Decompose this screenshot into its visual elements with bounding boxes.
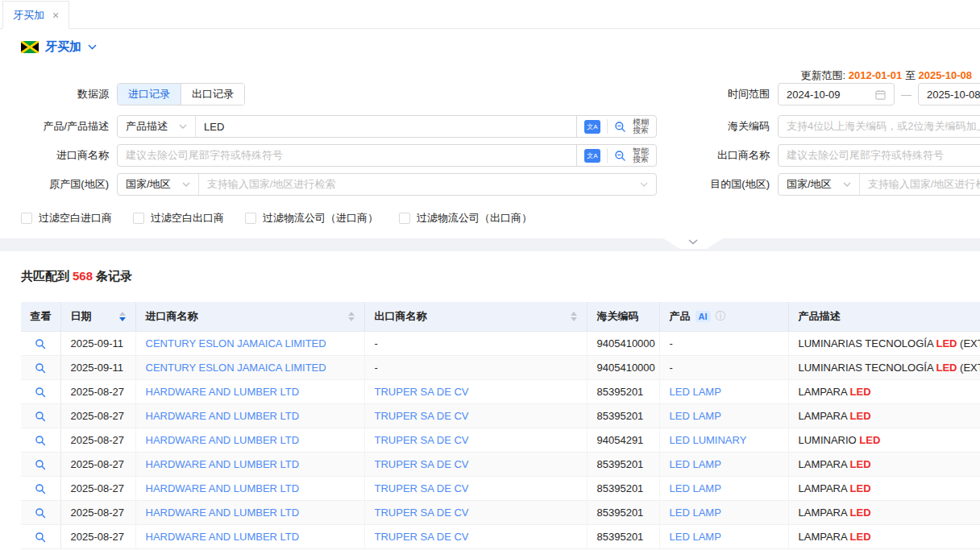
date-cell: 2025-08-27: [60, 500, 135, 524]
importer-cell: HARDWARE AND LUMBER LTD: [135, 403, 364, 428]
translate-icon[interactable]: 文A: [584, 149, 600, 163]
exporter-link[interactable]: TRUPER SA DE CV: [375, 410, 469, 422]
tab-import-records[interactable]: 进口记录: [118, 84, 181, 105]
exporter-link[interactable]: TRUPER SA DE CV: [375, 434, 469, 446]
checkbox-icon[interactable]: [399, 213, 410, 224]
view-record-button[interactable]: [35, 435, 46, 446]
checkbox-filter-blank-importer[interactable]: 过滤空白进口商: [21, 211, 112, 225]
checkbox-icon[interactable]: [21, 213, 32, 224]
product-link[interactable]: LED LAMP: [670, 386, 721, 398]
date-cell: 2025-09-11: [60, 355, 135, 379]
exporter-cell: TRUPER SA DE CV: [364, 500, 587, 524]
close-icon[interactable]: ×: [52, 10, 59, 21]
product-link[interactable]: LED LAMP: [670, 531, 721, 543]
importer-link[interactable]: CENTURY ESLON JAMAICA LIMITED: [146, 362, 326, 374]
ai-badge: AI: [696, 311, 711, 322]
checkbox-filter-logistics-exporter[interactable]: 过滤物流公司（出口商）: [399, 211, 532, 225]
importer-link[interactable]: CENTURY ESLON JAMAICA LIMITED: [146, 337, 326, 349]
exporter-name-input[interactable]: 建议去除公司尾部字符或特殊符号: [778, 144, 980, 167]
view-record-button[interactable]: [35, 483, 46, 494]
hs-code-cell: 85395201: [587, 452, 659, 476]
tab-jamaica[interactable]: 牙买加 ×: [2, 1, 69, 29]
importer-link[interactable]: HARDWARE AND LUMBER LTD: [146, 531, 300, 543]
product-type-select[interactable]: 产品描述: [118, 116, 195, 137]
column-header-date[interactable]: 日期: [60, 302, 135, 331]
start-date-input[interactable]: 2024-10-09: [778, 83, 895, 105]
origin-country-input[interactable]: 支持输入国家/地区进行检索: [199, 177, 640, 192]
column-header-importer[interactable]: 进口商名称: [135, 302, 364, 331]
view-record-button[interactable]: [35, 459, 46, 470]
smart-search-button[interactable]: 文A 智能 搜索: [576, 145, 656, 166]
view-record-button[interactable]: [35, 338, 46, 349]
column-header-exporter[interactable]: 出口商名称: [364, 302, 587, 331]
sort-icon-importer[interactable]: [348, 312, 355, 321]
importer-cell: HARDWARE AND LUMBER LTD: [135, 476, 364, 500]
date-cell: 2025-08-27: [60, 403, 135, 428]
importer-link[interactable]: HARDWARE AND LUMBER LTD: [146, 410, 300, 422]
view-record-button[interactable]: [35, 362, 46, 374]
row-origin: 原产国(地区) 国家/地区 支持输入国家/地区进行检索: [0, 173, 657, 196]
column-header-hs-code: 海关编码: [587, 302, 659, 331]
divider: [607, 119, 608, 134]
importer-link[interactable]: HARDWARE AND LUMBER LTD: [146, 507, 300, 519]
translate-icon[interactable]: 文A: [584, 120, 600, 134]
checkbox-icon[interactable]: [133, 213, 144, 224]
row-exporter: 出口商名称 建议去除公司尾部字符或特殊符号: [693, 144, 980, 167]
collapse-filter-handle[interactable]: [663, 238, 723, 249]
search-icon: [614, 150, 626, 162]
exporter-link[interactable]: TRUPER SA DE CV: [375, 482, 469, 494]
product-link[interactable]: LED LAMP: [670, 507, 721, 519]
results-table-wrapper: 查看 日期 进口商名称: [21, 302, 980, 549]
highlight-keyword: LED: [850, 531, 871, 543]
importer-name-input[interactable]: 建议去除公司尾部字符或特殊符号: [118, 148, 576, 163]
filter-panel: 牙买加 更新范围: 2012-01-01 至 2025-10-08 数据源 进口…: [0, 29, 980, 238]
product-link[interactable]: LED LUMINARY: [670, 434, 747, 446]
exporter-link[interactable]: TRUPER SA DE CV: [375, 458, 469, 470]
importer-link[interactable]: HARDWARE AND LUMBER LTD: [146, 434, 300, 446]
product-link[interactable]: LED LAMP: [670, 410, 721, 422]
country-selector[interactable]: 牙买加: [21, 39, 97, 55]
checkbox-filter-blank-exporter[interactable]: 过滤空白出口商: [133, 211, 224, 225]
product-link[interactable]: LED LAMP: [670, 482, 721, 494]
importer-cell: CENTURY ESLON JAMAICA LIMITED: [135, 331, 364, 355]
hs-code-cell: 9405410000: [587, 331, 659, 355]
exporter-link[interactable]: TRUPER SA DE CV: [375, 531, 469, 543]
table-row: 2025-08-27HARDWARE AND LUMBER LTDTRUPER …: [21, 403, 980, 428]
view-record-button[interactable]: [35, 387, 46, 398]
exporter-cell: -: [364, 355, 587, 379]
hs-code-input[interactable]: 支持4位以上海关编码，或2位海关编码加上: [778, 115, 980, 138]
importer-link[interactable]: HARDWARE AND LUMBER LTD: [146, 482, 300, 494]
product-cell: LED LAMP: [659, 476, 788, 500]
fuzzy-search-button[interactable]: 文A 模糊 搜索: [576, 116, 656, 137]
sort-icon-exporter[interactable]: [571, 312, 577, 321]
destination-country-select[interactable]: 国家/地区: [779, 174, 859, 195]
info-circle-icon[interactable]: ⓘ: [716, 309, 726, 324]
checkbox-icon[interactable]: [245, 213, 256, 224]
importer-link[interactable]: HARDWARE AND LUMBER LTD: [146, 458, 300, 470]
highlight-keyword: LED: [936, 337, 957, 349]
description-cell: LAMPARA LED: [788, 524, 980, 548]
sort-icon-date[interactable]: [119, 312, 126, 321]
view-record-button[interactable]: [35, 531, 46, 543]
origin-country-select[interactable]: 国家/地区: [118, 174, 198, 195]
exporter-link[interactable]: TRUPER SA DE CV: [375, 507, 469, 519]
importer-link[interactable]: HARDWARE AND LUMBER LTD: [146, 386, 300, 398]
description-cell: LAMPARA LED: [788, 379, 980, 403]
exporter-cell: TRUPER SA DE CV: [364, 476, 587, 500]
checkbox-filter-logistics-importer[interactable]: 过滤物流公司（进口商）: [245, 211, 378, 225]
date-cell: 2025-09-11: [60, 331, 135, 355]
destination-country-input[interactable]: 支持输入国家/地区进行检索: [860, 177, 980, 192]
end-date-input[interactable]: 2025-10-08: [918, 83, 980, 105]
view-cell: [21, 355, 60, 379]
exporter-link[interactable]: TRUPER SA DE CV: [375, 386, 469, 398]
tab-export-records[interactable]: 出口记录: [181, 84, 244, 105]
product-link[interactable]: LED LAMP: [670, 458, 721, 470]
search-icon: [35, 483, 46, 494]
view-record-button[interactable]: [35, 411, 46, 422]
date-cell: 2025-08-27: [60, 524, 135, 548]
jamaica-flag-icon: [21, 41, 39, 53]
view-record-button[interactable]: [35, 507, 46, 519]
results-count: 568: [69, 269, 96, 283]
view-cell: [21, 500, 60, 524]
product-search-input[interactable]: LED: [196, 121, 576, 133]
